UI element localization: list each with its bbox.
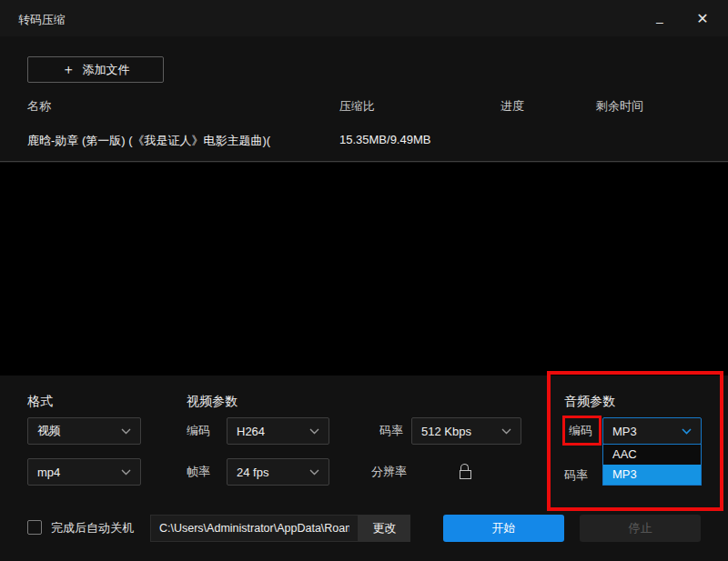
minimize-icon[interactable]: –	[642, 0, 678, 36]
header-name: 名称	[27, 98, 51, 115]
window-title: 转码压缩	[18, 12, 66, 28]
audio-bitrate-label: 码率	[564, 462, 588, 489]
app-window: 转码压缩 – ✕ ＋ 添加文件 名称 压缩比 进度 剩余时间 鹿晗-勋章 (第一…	[0, 0, 728, 561]
format-container-value: mp4	[37, 466, 60, 479]
add-file-button[interactable]: ＋ 添加文件	[27, 56, 164, 83]
video-bitrate-label: 码率	[379, 417, 403, 445]
format-type-value: 视频	[37, 423, 61, 439]
video-encode-value: H264	[237, 425, 265, 438]
file-ratio: 15.35MB/9.49MB	[339, 133, 430, 146]
video-encode-label: 编码	[187, 417, 210, 445]
chevron-down-icon	[309, 469, 319, 476]
format-container-select[interactable]: mp4	[27, 458, 141, 486]
audio-section-title: 音频参数	[564, 394, 615, 410]
file-list-area	[0, 163, 728, 376]
video-fps-value: 24 fps	[237, 466, 268, 479]
video-bitrate-select[interactable]: 512 Kbps	[411, 417, 521, 445]
dropdown-option-mp3[interactable]: MP3	[603, 465, 701, 485]
start-button[interactable]: 开始	[443, 515, 564, 542]
header-remaining: 剩余时间	[596, 98, 643, 115]
output-path-input[interactable]	[150, 515, 359, 542]
chevron-down-icon	[682, 428, 692, 435]
chevron-down-icon	[121, 469, 131, 476]
chevron-down-icon	[309, 428, 319, 435]
video-resolution-label: 分辨率	[371, 458, 407, 486]
chevron-down-icon	[121, 428, 131, 435]
stop-button[interactable]: 停止	[580, 515, 701, 542]
file-table-section: ＋ 添加文件 名称 压缩比 进度 剩余时间 鹿晗-勋章 (第一版) (《我是证人…	[0, 36, 728, 162]
video-fps-select[interactable]: 24 fps	[227, 458, 329, 486]
audio-encode-select[interactable]: MP3	[602, 417, 702, 445]
shutdown-checkbox[interactable]	[27, 520, 42, 535]
video-encode-select[interactable]: H264	[227, 417, 329, 445]
file-name: 鹿晗-勋章 (第一版) (《我是证人》电影主题曲)(	[27, 133, 270, 149]
chevron-down-icon	[501, 428, 511, 435]
video-bitrate-value: 512 Kbps	[421, 425, 471, 438]
plus-icon: ＋	[62, 61, 76, 78]
lock-body	[460, 470, 471, 479]
dropdown-option-aac[interactable]: AAC	[603, 445, 701, 465]
unlock-icon[interactable]	[460, 464, 472, 482]
change-path-button[interactable]: 更改	[359, 515, 410, 542]
header-progress: 进度	[500, 98, 524, 115]
audio-encode-value: MP3	[612, 425, 637, 438]
audio-codec-dropdown-list: AAC MP3	[602, 444, 702, 486]
video-section-title: 视频参数	[187, 394, 238, 410]
format-section-title: 格式	[27, 394, 53, 410]
add-file-label: 添加文件	[83, 62, 130, 78]
video-fps-label: 帧率	[187, 458, 210, 486]
audio-encode-label: 编码	[569, 417, 592, 445]
header-ratio: 压缩比	[339, 98, 375, 115]
shutdown-label: 完成后自动关机	[51, 515, 134, 542]
format-type-select[interactable]: 视频	[27, 417, 141, 445]
close-icon[interactable]: ✕	[684, 0, 721, 36]
title-bar: 转码压缩 – ✕	[0, 0, 728, 36]
